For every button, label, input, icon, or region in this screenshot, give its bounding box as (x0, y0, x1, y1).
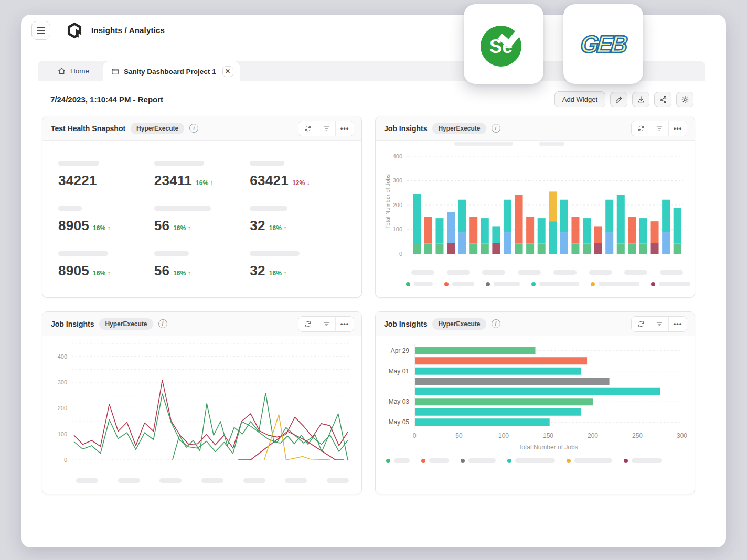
share-button[interactable] (654, 92, 671, 107)
svg-text:0: 0 (64, 457, 67, 463)
filter-icon (656, 125, 663, 132)
svg-text:100: 100 (498, 432, 509, 439)
chart-top-placeholder (454, 142, 513, 146)
legend-label-placeholder (632, 458, 662, 463)
refresh-button[interactable] (632, 121, 650, 136)
legend-dot (406, 282, 410, 286)
horizontal-bar-chart: Apr 29May 01May 03May 050501001502002503… (376, 336, 695, 494)
x-label-placeholder (327, 478, 349, 483)
widget-job-insights-hbar: Job Insights HyperExecute i ••• Apr 29Ma… (375, 311, 695, 494)
x-label-placeholder (118, 478, 140, 483)
widget-title: Job Insights (384, 320, 427, 328)
stat-cell: 2341116% ↑ (154, 152, 250, 197)
stat-value: 23411 (154, 173, 192, 189)
legend-item (567, 458, 612, 463)
svg-text:300: 300 (393, 177, 402, 184)
line-chart: 0100200300400 (42, 336, 361, 494)
refresh-button[interactable] (298, 317, 317, 331)
ellipsis-icon: ••• (340, 320, 349, 327)
legend-label-placeholder (599, 282, 639, 286)
refresh-button[interactable] (632, 317, 650, 331)
widgets-grid: Test Health Snapshot HyperExecute i ••• … (21, 116, 726, 494)
report-header: 7/24/2023, 1:10:44 PM - Report Add Widge… (50, 91, 693, 107)
legend-label-placeholder (574, 458, 612, 463)
filter-button[interactable] (650, 317, 668, 331)
svg-text:50: 50 (455, 432, 463, 439)
add-widget-button[interactable]: Add Widget (554, 91, 605, 107)
legend-dot (507, 459, 511, 463)
selenium-app-card[interactable]: Se (464, 4, 543, 84)
x-axis-label-placeholders (411, 270, 683, 275)
legend-label-placeholder (659, 282, 690, 286)
widget-controls: ••• (298, 121, 354, 136)
widget-test-health-snapshot: Test Health Snapshot HyperExecute i ••• … (42, 116, 362, 298)
widget-header: Test Health Snapshot HyperExecute i ••• (42, 116, 361, 141)
stat-trend: 16% ↑ (196, 179, 213, 187)
info-icon[interactable]: i (189, 124, 198, 133)
hamburger-menu-button[interactable] (31, 21, 50, 40)
svg-text:May 01: May 01 (389, 368, 410, 375)
more-options-button[interactable]: ••• (335, 317, 354, 331)
stat-trend: 16% ↑ (93, 224, 110, 232)
stat-label-placeholder (58, 206, 82, 211)
widget-header: Job Insights HyperExecute i ••• (42, 312, 361, 336)
hyperexecute-badge: HyperExecute (99, 318, 153, 330)
home-icon (57, 67, 66, 76)
stat-cell: 890516% ↑ (58, 197, 154, 242)
stat-trend: 16% ↑ (173, 270, 190, 277)
tab-close-icon[interactable]: ✕ (222, 66, 233, 77)
download-button[interactable] (632, 92, 649, 107)
x-label-placeholder (482, 270, 505, 275)
hyperexecute-badge: HyperExecute (432, 123, 486, 134)
svg-text:150: 150 (543, 432, 553, 439)
refresh-button[interactable] (298, 121, 317, 136)
refresh-icon (637, 125, 645, 132)
geb-app-card[interactable]: GEB (563, 4, 643, 84)
pencil-icon (615, 95, 623, 104)
info-icon[interactable]: i (492, 319, 500, 328)
download-icon (637, 95, 645, 104)
info-icon[interactable]: i (492, 124, 500, 133)
lambdatest-logo-icon (65, 21, 84, 40)
legend-dot (591, 282, 595, 286)
stat-label-placeholder (250, 161, 284, 166)
filter-button[interactable] (317, 317, 335, 331)
filter-button[interactable] (650, 121, 668, 136)
tab-home[interactable]: Home (38, 61, 103, 81)
stat-label-placeholder (154, 251, 189, 256)
filter-button[interactable] (317, 121, 335, 136)
svg-text:Apr 29: Apr 29 (391, 347, 410, 354)
chart-legend (406, 282, 687, 286)
more-options-button[interactable]: ••• (668, 317, 687, 331)
info-icon[interactable]: i (158, 319, 167, 328)
x-label-placeholder (76, 478, 98, 483)
filter-icon (323, 320, 330, 328)
legend-item (486, 282, 520, 286)
x-label-placeholder (553, 270, 577, 275)
widget-job-insights-stacked-bar: Job Insights HyperExecute i ••• 01002003… (375, 116, 695, 298)
more-options-button[interactable]: ••• (668, 121, 687, 136)
stats-body: 34221 2341116% ↑ 6342112% ↓ 890516% ↑ 56… (42, 141, 361, 297)
stat-value: 34221 (58, 173, 97, 189)
edit-button[interactable] (610, 92, 627, 107)
ellipsis-icon: ••• (674, 125, 682, 132)
ellipsis-icon: ••• (340, 125, 349, 132)
stat-value: 32 (250, 263, 265, 279)
widget-controls: ••• (298, 316, 354, 332)
legend-item (591, 282, 639, 286)
legend-item (421, 458, 449, 463)
legend-item (406, 282, 433, 286)
legend-item (531, 282, 579, 286)
stat-trend: 12% ↓ (292, 179, 310, 187)
x-label-placeholder (660, 270, 683, 275)
legend-label-placeholder (452, 282, 474, 286)
legend-label-placeholder (494, 282, 520, 286)
tab-sanity-dashboard[interactable]: Sanity Dashboard Project 1 ✕ (103, 61, 240, 81)
stat-value: 32 (250, 218, 265, 234)
stat-value: 63421 (250, 173, 289, 189)
more-options-button[interactable]: ••• (335, 121, 354, 136)
settings-button[interactable] (676, 92, 693, 107)
x-label-placeholder (447, 270, 470, 275)
stat-value: 8905 (58, 218, 89, 234)
widget-header: Job Insights HyperExecute i ••• (376, 116, 695, 141)
